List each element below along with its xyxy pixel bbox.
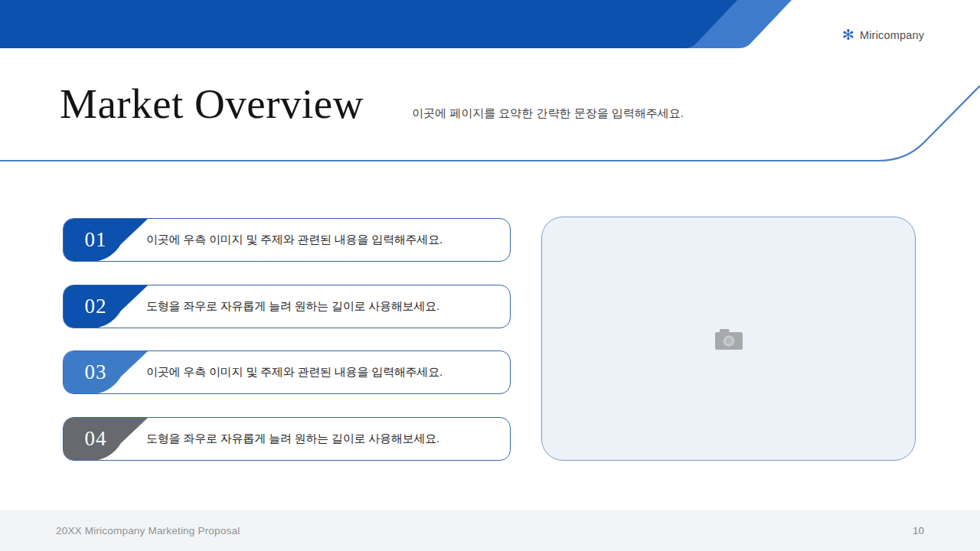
list-item-text: 도형을 좌우로 자유롭게 늘려 원하는 길이로 사용해보세요. [146, 432, 439, 446]
header-band-dark-shape [0, 0, 737, 48]
list-item-text: 이곳에 우측 이미지 및 주제와 관련된 내용을 입력해주세요. [146, 233, 443, 247]
presentation-slide: ✻ Miricompany Market Overview 이곳에 페이지를 요… [0, 0, 980, 551]
list-item-text: 이곳에 우측 이미지 및 주제와 관련된 내용을 입력해주세요. [146, 365, 443, 380]
list-item: 02 도형을 좌우로 자유롭게 늘려 원하는 길이로 사용해보세요. [63, 285, 511, 328]
list-item: 04 도형을 좌우로 자유롭게 늘려 원하는 길이로 사용해보세요. [63, 417, 511, 461]
header-band [0, 0, 980, 48]
snowflake-asterisk-icon: ✻ [842, 28, 854, 42]
list-item-text: 도형을 좌우로 자유롭게 늘려 원하는 길이로 사용해보세요. [146, 299, 439, 314]
list-item: 03 이곳에 우측 이미지 및 주제와 관련된 내용을 입력해주세요. [63, 350, 511, 394]
camera-icon [713, 327, 745, 351]
page-number: 10 [913, 525, 924, 536]
company-logo-label: Miricompany [860, 29, 924, 41]
slide-footer: 20XX Miricompany Marketing Proposal 10 [0, 510, 980, 551]
page-subtitle: 이곳에 페이지를 요약한 간략한 문장을 입력해주세요. [412, 106, 684, 121]
list-item-text-wrap: 도형을 좌우로 자유롭게 늘려 원하는 길이로 사용해보세요. [64, 285, 510, 328]
company-logo: ✻ Miricompany [842, 28, 924, 42]
list-item: 01 이곳에 우측 이미지 및 주제와 관련된 내용을 입력해주세요. [63, 218, 511, 262]
image-placeholder [541, 217, 916, 461]
page-title: Market Overview [60, 80, 364, 128]
list-item-text-wrap: 이곳에 우측 이미지 및 주제와 관련된 내용을 입력해주세요. [64, 351, 510, 393]
list-item-text-wrap: 도형을 좌우로 자유롭게 늘려 원하는 길이로 사용해보세요. [64, 418, 510, 460]
list-item-text-wrap: 이곳에 우측 이미지 및 주제와 관련된 내용을 입력해주세요. [64, 219, 510, 261]
camera-lens-inner [725, 337, 731, 344]
footer-caption: 20XX Miricompany Marketing Proposal [56, 525, 240, 536]
